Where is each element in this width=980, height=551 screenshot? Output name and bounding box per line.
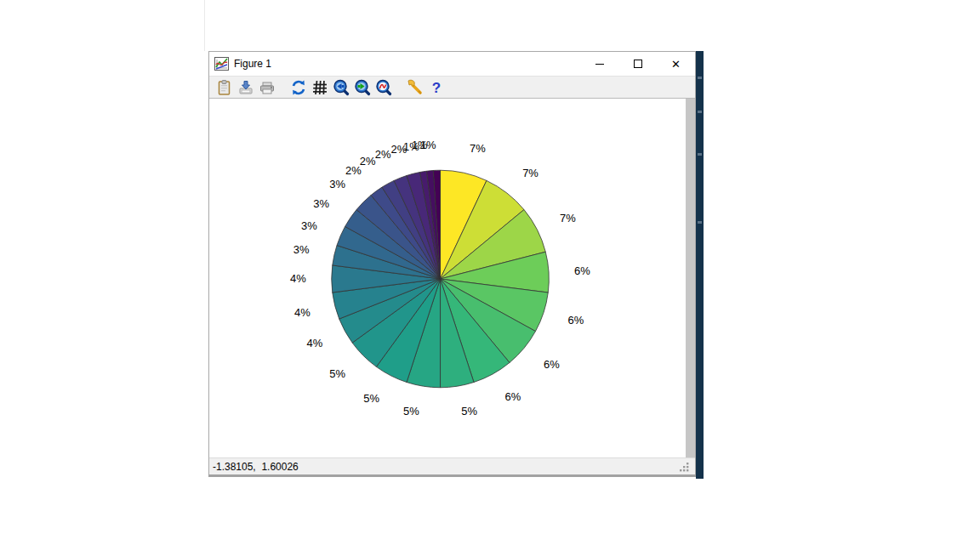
zoom-next-icon bbox=[354, 79, 371, 96]
resize-grip-icon[interactable] bbox=[679, 462, 690, 473]
replot-button[interactable] bbox=[288, 77, 309, 98]
pie-slice-label: 3% bbox=[313, 197, 329, 210]
background-window-edge bbox=[204, 0, 205, 51]
svg-text:?: ? bbox=[432, 80, 441, 96]
canvas-row: 7%7%7%6%6%6%6%5%5%5%5%4%4%4%3%3%3%3%2%2%… bbox=[209, 99, 695, 457]
minimap-mark bbox=[698, 153, 702, 156]
pie-slice-label: 3% bbox=[293, 243, 310, 256]
help-icon: ? bbox=[428, 79, 445, 96]
pie-slice-label: 5% bbox=[329, 367, 345, 380]
minimap-mark bbox=[698, 77, 702, 79]
mouse-coordinates: -1.38105, 1.60026 bbox=[209, 461, 299, 473]
pie-slice-label: 7% bbox=[470, 142, 486, 155]
help-button[interactable]: ? bbox=[426, 77, 447, 98]
maximize-button[interactable] bbox=[618, 53, 657, 76]
pie-slice-label: 4% bbox=[294, 306, 311, 319]
export-file-icon bbox=[237, 79, 254, 96]
pie-slice-label: 6% bbox=[574, 264, 590, 277]
background-app-strip bbox=[696, 51, 704, 479]
window-bottom-edge bbox=[208, 474, 696, 477]
replot-icon bbox=[290, 79, 307, 96]
grid-toggle-icon bbox=[311, 79, 328, 96]
pie-slice-label: 6% bbox=[568, 314, 584, 327]
autoscale-icon bbox=[375, 79, 392, 96]
toolbar: ? bbox=[209, 76, 695, 99]
minimap-mark bbox=[698, 111, 702, 113]
pie-slice-label: 3% bbox=[301, 219, 317, 232]
pie-slice-label: 5% bbox=[403, 405, 419, 418]
close-button[interactable]: ✕ bbox=[657, 53, 695, 76]
minimize-icon bbox=[595, 64, 604, 65]
pie-slice-label: 3% bbox=[329, 178, 345, 190]
print-icon bbox=[259, 79, 276, 96]
canvas-right-margin bbox=[686, 99, 695, 457]
pie-slice-label: 7% bbox=[522, 167, 538, 179]
zoom-previous-button[interactable] bbox=[331, 77, 351, 98]
export-file-button[interactable] bbox=[236, 77, 256, 98]
print-button[interactable] bbox=[257, 77, 277, 98]
configure-icon bbox=[407, 79, 424, 96]
window-title: Figure 1 bbox=[234, 58, 580, 70]
pie-slice-label: 2% bbox=[360, 155, 376, 168]
autoscale-button[interactable] bbox=[373, 77, 394, 98]
pie-slice-label: 2% bbox=[375, 148, 391, 161]
gnuplot-figure-icon bbox=[214, 57, 229, 71]
figure-window: Figure 1 ✕ bbox=[208, 51, 696, 474]
minimap-mark bbox=[698, 221, 702, 224]
configure-button[interactable] bbox=[405, 77, 425, 98]
maximize-icon bbox=[634, 60, 642, 68]
grid-toggle-button[interactable] bbox=[310, 77, 330, 98]
minimize-button[interactable] bbox=[580, 53, 618, 76]
pie-slice-label: 6% bbox=[504, 390, 521, 403]
plot-canvas[interactable]: 7%7%7%6%6%6%6%5%5%5%5%4%4%4%3%3%3%3%2%2%… bbox=[209, 99, 686, 457]
pie-slice-label: 4% bbox=[290, 272, 306, 285]
zoom-next-button[interactable] bbox=[352, 77, 373, 98]
zoom-previous-icon bbox=[333, 79, 350, 96]
copy-clipboard-icon bbox=[216, 79, 233, 96]
pie-slice-label: 4% bbox=[307, 337, 323, 349]
pie-slice-label: 1% bbox=[420, 139, 436, 151]
copy-clipboard-button[interactable] bbox=[214, 77, 235, 98]
status-bar: -1.38105, 1.60026 bbox=[209, 457, 695, 474]
pie-slice-label: 5% bbox=[363, 392, 379, 405]
pie-slice-label: 5% bbox=[461, 405, 477, 418]
pie-slice-label: 7% bbox=[560, 212, 576, 224]
title-bar[interactable]: Figure 1 ✕ bbox=[209, 52, 695, 76]
pie-slice-label: 6% bbox=[544, 358, 560, 371]
close-icon: ✕ bbox=[671, 59, 681, 70]
